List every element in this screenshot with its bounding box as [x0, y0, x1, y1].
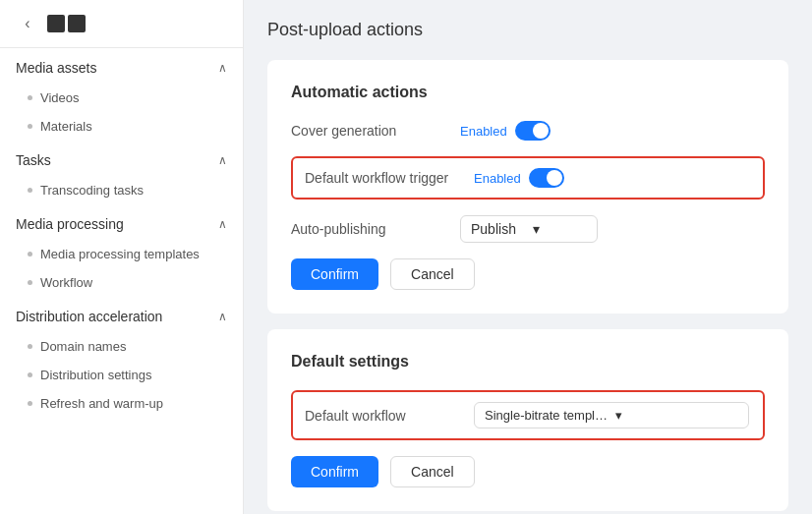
default-settings-btn-row: Confirm Cancel — [291, 456, 765, 487]
dot-icon — [28, 188, 32, 193]
default-workflow-toggle-label: Enabled — [474, 171, 521, 186]
dot-icon — [28, 344, 32, 349]
sidebar-item-transcoding-tasks-label: Transcoding tasks — [40, 183, 144, 198]
sidebar-section-distribution-header[interactable]: Distribution acceleration ∧ — [0, 297, 243, 332]
default-settings-title: Default settings — [291, 353, 765, 371]
sidebar-item-distribution-settings[interactable]: Distribution settings — [0, 361, 243, 389]
sidebar-item-transcoding-tasks[interactable]: Transcoding tasks — [0, 176, 243, 204]
automatic-actions-card: Automatic actions Cover generation Enabl… — [267, 60, 788, 314]
default-settings-confirm-button[interactable]: Confirm — [291, 456, 378, 487]
default-workflow-toggle-group: Enabled — [474, 168, 564, 188]
sidebar-section-media-processing: Media processing ∧ Media processing temp… — [0, 204, 243, 297]
automatic-actions-cancel-button[interactable]: Cancel — [390, 258, 475, 290]
default-settings-card: Default settings Default workflow Single… — [267, 329, 788, 511]
dot-icon — [28, 95, 32, 100]
sidebar-section-media-assets-header[interactable]: Media assets ∧ — [0, 48, 243, 84]
sidebar-section-tasks-label: Tasks — [16, 152, 51, 168]
sidebar-item-domain-names[interactable]: Domain names — [0, 332, 243, 361]
dot-icon — [28, 124, 32, 129]
auto-publishing-select[interactable]: Publish ▾ — [460, 215, 598, 243]
sidebar: ‹ Media assets ∧ Videos Materials Tasks … — [0, 0, 244, 514]
cover-generation-toggle-group: Enabled — [460, 121, 551, 141]
logo-box-2 — [68, 15, 86, 32]
automatic-actions-confirm-button[interactable]: Confirm — [291, 258, 378, 290]
sidebar-item-domain-names-label: Domain names — [40, 339, 126, 354]
dot-icon — [28, 401, 32, 406]
sidebar-section-distribution-label: Distribution acceleration — [16, 309, 162, 324]
back-button[interactable]: ‹ — [16, 12, 39, 35]
automatic-actions-title: Automatic actions — [291, 84, 765, 101]
chevron-up-icon: ∧ — [218, 310, 227, 323]
cover-generation-slider — [515, 121, 551, 141]
sidebar-section-tasks: Tasks ∧ Transcoding tasks — [0, 141, 243, 204]
cover-generation-label: Cover generation — [291, 123, 448, 139]
chevron-down-icon: ▾ — [533, 221, 587, 237]
sidebar-section-distribution: Distribution acceleration ∧ Domain names… — [0, 297, 243, 418]
sidebar-item-media-processing-templates-label: Media processing templates — [40, 247, 200, 261]
sidebar-section-media-assets: Media assets ∧ Videos Materials — [0, 48, 243, 141]
dot-icon — [28, 280, 32, 285]
default-workflow-trigger-label: Default workflow trigger — [305, 170, 462, 186]
default-workflow-slider — [529, 168, 564, 188]
sidebar-item-media-processing-templates[interactable]: Media processing templates — [0, 240, 243, 268]
sidebar-item-workflow-label: Workflow — [40, 275, 92, 290]
sidebar-section-tasks-header[interactable]: Tasks ∧ — [0, 141, 243, 176]
sidebar-section-media-assets-label: Media assets — [16, 60, 96, 76]
cover-generation-row: Cover generation Enabled — [291, 121, 765, 141]
default-workflow-label: Default workflow — [305, 408, 462, 424]
default-workflow-select[interactable]: Single-bitrate template for short video … — [474, 402, 749, 428]
sidebar-section-media-processing-header[interactable]: Media processing ∧ — [0, 204, 243, 240]
dot-icon — [28, 252, 32, 257]
auto-publishing-row: Auto-publishing Publish ▾ — [291, 215, 765, 243]
sidebar-item-videos[interactable]: Videos — [0, 84, 243, 112]
default-workflow-toggle[interactable] — [529, 168, 564, 188]
sidebar-item-refresh-warmup[interactable]: Refresh and warm-up — [0, 389, 243, 418]
automatic-actions-btn-row: Confirm Cancel — [291, 258, 765, 290]
chevron-up-icon: ∧ — [218, 61, 227, 75]
sidebar-section-media-processing-label: Media processing — [16, 216, 124, 232]
default-settings-cancel-button[interactable]: Cancel — [390, 456, 475, 487]
cover-generation-toggle[interactable] — [515, 121, 551, 141]
chevron-down-icon: ▾ — [615, 408, 738, 423]
sidebar-item-materials-label: Materials — [40, 119, 92, 134]
auto-publishing-value: Publish — [471, 221, 525, 237]
main-content: Post-upload actions Automatic actions Co… — [244, 0, 812, 514]
default-workflow-value: Single-bitrate template for short video … — [485, 408, 608, 423]
auto-publishing-label: Auto-publishing — [291, 221, 448, 237]
dot-icon — [28, 372, 32, 377]
sidebar-header: ‹ — [0, 0, 243, 48]
default-workflow-row: Default workflow Single-bitrate template… — [291, 390, 765, 440]
page-title: Post-upload actions — [267, 20, 788, 40]
sidebar-item-materials[interactable]: Materials — [0, 112, 243, 141]
default-workflow-trigger-row: Default workflow trigger Enabled — [291, 156, 765, 200]
chevron-up-icon: ∧ — [218, 153, 227, 167]
sidebar-item-distribution-settings-label: Distribution settings — [40, 368, 151, 382]
logo — [47, 15, 86, 32]
sidebar-item-workflow[interactable]: Workflow — [0, 268, 243, 297]
logo-box-1 — [47, 15, 65, 32]
sidebar-item-refresh-warmup-label: Refresh and warm-up — [40, 396, 163, 411]
sidebar-item-videos-label: Videos — [40, 90, 80, 105]
chevron-up-icon: ∧ — [218, 217, 227, 231]
cover-generation-toggle-label: Enabled — [460, 124, 507, 139]
